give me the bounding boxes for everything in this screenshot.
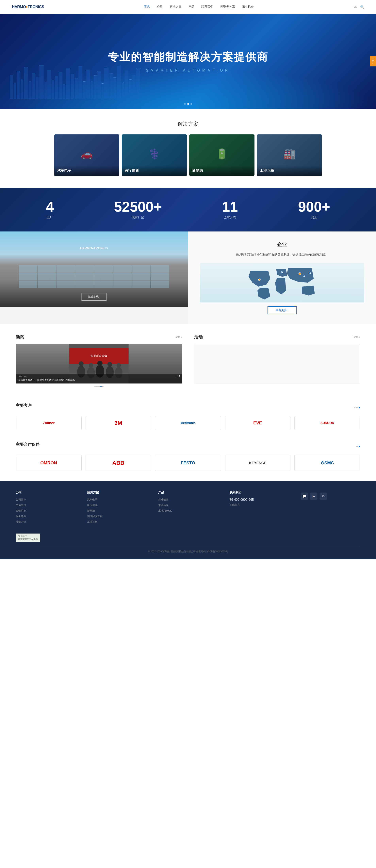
footer-link-about[interactable]: 公司简介 — [16, 498, 75, 501]
news-prev-arrow[interactable]: ‹ — [177, 374, 178, 378]
news-dot-5[interactable] — [102, 386, 103, 387]
stat-factories-label: 工厂 — [46, 215, 54, 220]
online-tour-button[interactable]: 在线参观 › — [82, 293, 106, 301]
footer-col-company: 公司 公司简介 价值主张 案例总览 服务能力 质量方针 — [16, 491, 75, 526]
nav-item-solutions[interactable]: 解决方案 — [170, 5, 182, 9]
linkedin-icon[interactable]: in — [320, 493, 327, 500]
industrial-icon: 🏭 — [283, 148, 295, 160]
site-footer: 公司 公司简介 价值主张 案例总览 服务能力 质量方针 解决方案 汽车电子 医疗… — [0, 481, 376, 559]
footer-link-cases[interactable]: 案例总览 — [16, 509, 75, 513]
footer-online-message[interactable]: 在线留言 — [229, 503, 289, 507]
hero-subtitle: SMARTER AUTOMATION — [146, 68, 230, 72]
news-title: 新闻 — [16, 334, 25, 340]
wechat-icon[interactable]: 💬 — [301, 493, 308, 500]
news-dot-2[interactable] — [96, 386, 98, 387]
news-dot-1[interactable] — [94, 386, 96, 387]
svg-point-15 — [107, 362, 112, 367]
partner-abb[interactable]: ABB — [86, 455, 151, 471]
solution-card-industrial[interactable]: 🏭 工业互联 — [257, 134, 322, 176]
footer-sol-industrial[interactable]: 工业互联 — [87, 520, 147, 524]
news-next-arrow[interactable]: › — [179, 374, 180, 378]
solution-card-energy[interactable]: 🔋 新能源 — [189, 134, 254, 176]
hero-side-button[interactable]: FE ~ — [370, 56, 376, 66]
language-switch[interactable]: EN — [354, 5, 357, 8]
company-info: 企业 振川智能专注于小型精密产品的智能制造，提供灵活高效的解决方案。 — [188, 231, 376, 324]
youtube-icon[interactable]: ▶ — [310, 493, 317, 500]
footer-link-service[interactable]: 服务能力 — [16, 515, 75, 518]
news-dot-3[interactable] — [98, 386, 100, 387]
clients-section: 主要客户 Zollner 3M Medtronic EVE SUNUOR — [0, 397, 376, 436]
medical-overlay: 医疗健康 — [122, 165, 187, 176]
solution-card-automotive[interactable]: 🚗 汽车电子 — [54, 134, 119, 176]
events-content — [194, 344, 361, 383]
search-icon[interactable]: 🔍 — [360, 5, 364, 9]
nav-item-home[interactable]: 首页 — [144, 4, 150, 9]
svg-point-4 — [281, 271, 283, 273]
svg-point-9 — [79, 361, 84, 366]
solutions-title: 解决方案 — [16, 121, 360, 127]
footer-sol-medical[interactable]: 医疗健康 — [87, 503, 147, 507]
client-eve[interactable]: EVE — [225, 416, 291, 430]
nav-item-company[interactable]: 公司 — [157, 5, 163, 9]
clients-dot-1[interactable] — [354, 407, 355, 408]
footer-sol-test[interactable]: 测试解决方案 — [87, 515, 147, 518]
nav-item-products[interactable]: 产品 — [188, 5, 194, 9]
hero-dot-1[interactable] — [184, 103, 186, 105]
stat-area: 52500+ 现有厂区 — [114, 200, 162, 220]
footer-link-quality[interactable]: 质量方针 — [16, 520, 75, 524]
footer-col-solutions: 解决方案 汽车电子 医疗健康 新能源 测试解决方案 工业互联 — [87, 491, 147, 526]
energy-icon: 🔋 — [216, 148, 228, 160]
hero-dot-3[interactable] — [190, 103, 192, 105]
events-column: 活动 更多 › — [194, 334, 361, 387]
automotive-overlay: 汽车电子 — [54, 165, 119, 176]
client-3m[interactable]: 3M — [86, 416, 151, 430]
client-zollner[interactable]: Zollner — [16, 416, 82, 430]
news-more-link[interactable]: 更多 › — [176, 335, 182, 339]
partner-omron[interactable]: OMRON — [16, 455, 82, 471]
hero-dot-2[interactable] — [187, 103, 189, 105]
footer-sol-energy[interactable]: 新能源 — [87, 509, 147, 513]
stat-employees: 900+ 员工 — [298, 200, 330, 220]
view-more-button[interactable]: 查看更多 › — [268, 306, 296, 314]
svg-point-2 — [303, 275, 305, 277]
partners-section: 主要合作伙伴 OMRON ABB FESTO KEYENCE ⊙SMC — [0, 436, 376, 481]
world-map — [200, 263, 364, 303]
svg-point-0 — [258, 279, 260, 281]
footer-sol-auto[interactable]: 汽车电子 — [87, 498, 147, 501]
footer-prod-standard[interactable]: 标准设备 — [158, 498, 218, 501]
nav-item-contact[interactable]: 联系我们 — [201, 5, 213, 9]
news-dot-4[interactable] — [100, 386, 101, 387]
partners-dot-1[interactable] — [356, 446, 358, 447]
company-building-image: HARMO♦TRONICS 在线参观 › — [0, 231, 188, 307]
news-header: 新闻 更多 › — [16, 334, 182, 340]
client-sunuor[interactable]: SUNUOR — [294, 416, 360, 430]
partner-smc[interactable]: ⊙SMC — [294, 455, 360, 471]
partners-dot-2[interactable] — [358, 446, 360, 447]
company-info-text: 振川智能专注于小型精密产品的智能制造，提供灵活高效的解决方案。 — [200, 252, 364, 257]
client-medtronic[interactable]: Medtronic — [155, 416, 221, 430]
footer-prod-water-temp[interactable]: 水温马头 — [158, 503, 218, 507]
clients-logos-row: Zollner 3M Medtronic EVE SUNUOR — [16, 416, 360, 430]
news-carousel-dots — [16, 386, 182, 387]
solution-card-medical[interactable]: ⚕️ 医疗健康 — [122, 134, 187, 176]
partner-keyence[interactable]: KEYENCE — [225, 455, 291, 471]
clients-dot-2[interactable] — [356, 407, 358, 408]
events-header: 活动 更多 › — [194, 334, 361, 340]
partners-logos-row: OMRON ABB FESTO KEYENCE ⊙SMC — [16, 455, 360, 471]
company-section: HARMO♦TRONICS 在线参观 › 企业 振川智能专注于小型精密产品的智能… — [0, 231, 376, 324]
footer-prod-water-mos[interactable]: 水温总MOS — [158, 509, 218, 513]
footer-link-value[interactable]: 价值主张 — [16, 503, 75, 507]
medical-icon: ⚕️ — [148, 148, 160, 160]
stat-global-number: 11 — [222, 200, 238, 214]
events-more-link[interactable]: 更多 › — [353, 335, 360, 339]
industrial-label: 工业互联 — [260, 168, 274, 173]
clients-title: 主要客户 — [16, 403, 32, 408]
nav-item-careers[interactable]: 职业机会 — [242, 5, 254, 9]
stat-area-number: 52500+ — [114, 200, 162, 214]
logo[interactable]: HARMO♦TRONICS — [12, 4, 44, 9]
footer-col-contact: 联系我们 86-400-0909-665 在线留言 — [229, 491, 289, 526]
partner-festo[interactable]: FESTO — [155, 455, 221, 471]
nav-item-investor[interactable]: 投资者关系 — [220, 5, 235, 9]
clients-dot-3[interactable] — [358, 407, 360, 408]
stat-factories-number: 4 — [46, 200, 54, 214]
